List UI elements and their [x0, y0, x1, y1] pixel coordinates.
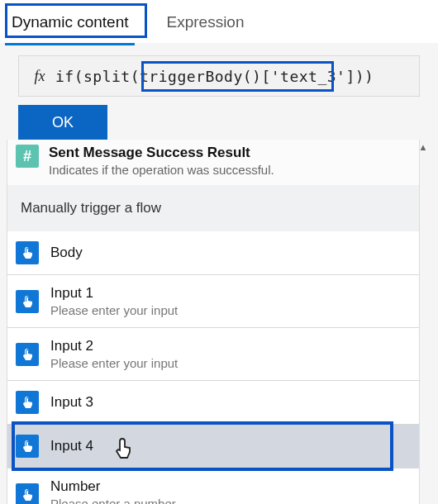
item-title: Input 1 — [50, 285, 178, 302]
sent-message-title: Sent Message Success Result — [49, 145, 274, 161]
touch-icon — [16, 290, 39, 313]
item-title: Input 4 — [50, 438, 93, 454]
dynamic-content-panel: # Sent Message Success Result Indicates … — [7, 140, 420, 504]
item-title: Number — [50, 478, 176, 495]
touch-icon — [16, 435, 39, 458]
item-subtitle: Please enter a number — [50, 497, 176, 504]
scroll-up-arrow[interactable]: ▲ — [417, 140, 430, 154]
fx-label: fx — [24, 68, 55, 85]
item-title: Body — [50, 245, 83, 261]
sent-message-subtitle: Indicates if the operation was successfu… — [49, 163, 274, 177]
item-title: Input 2 — [50, 338, 178, 354]
expression-input-box[interactable]: fx if(split(triggerBody()['text_3'])) — [18, 55, 420, 97]
list-item[interactable]: Number Please enter a number — [7, 468, 419, 504]
list-item-input-4[interactable]: Input 4 — [7, 425, 419, 468]
item-title: Input 3 — [50, 394, 93, 411]
list-item[interactable]: Input 3 — [7, 381, 419, 425]
tab-dynamic-content[interactable]: Dynamic content — [5, 5, 136, 43]
touch-icon — [16, 391, 39, 414]
list-item[interactable]: Input 2 Please enter your input — [7, 328, 419, 381]
expression-text: if(split(triggerBody()['text_3'])) — [55, 68, 374, 85]
trigger-items-list: Body Input 1 Please enter your input Inp… — [7, 231, 419, 504]
tab-expression[interactable]: Expression — [160, 5, 251, 43]
slack-icon: # — [16, 145, 39, 168]
tab-bar: Dynamic content Expression — [0, 0, 438, 43]
item-subtitle: Please enter your input — [50, 303, 178, 317]
list-item[interactable]: Body — [7, 231, 419, 275]
touch-icon — [16, 483, 39, 505]
touch-icon — [16, 241, 39, 264]
ok-button[interactable]: OK — [18, 105, 107, 140]
list-item[interactable]: Input 1 Please enter your input — [7, 275, 419, 328]
section-header-manual-trigger: Manually trigger a flow — [7, 185, 419, 231]
tab-active-underline — [5, 43, 135, 45]
list-item[interactable]: # Sent Message Success Result Indicates … — [7, 140, 419, 185]
item-subtitle: Please enter your input — [50, 356, 178, 370]
touch-icon — [16, 343, 39, 366]
